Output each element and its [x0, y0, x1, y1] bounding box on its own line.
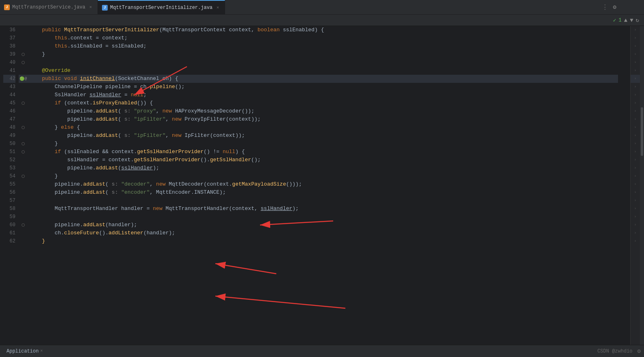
code-line-52: sslHandler = context.getSslHandlerProvid…: [28, 156, 618, 164]
settings-icon-top[interactable]: ⚙: [613, 4, 616, 11]
fold-41[interactable]: ›: [631, 67, 640, 75]
check-count: 1: [619, 17, 622, 23]
code-line-53: pipeline.addLast(sslHandler);: [28, 164, 618, 172]
fold-43[interactable]: ›: [631, 83, 640, 91]
gutter-48[interactable]: [19, 123, 28, 132]
gutter-41[interactable]: [19, 67, 28, 75]
fold-48[interactable]: ›: [631, 123, 640, 132]
nav-down-button[interactable]: ▼: [630, 17, 633, 24]
fold-45[interactable]: ›: [631, 99, 640, 107]
gutter-47[interactable]: [19, 115, 28, 123]
fold-38[interactable]: ›: [631, 42, 640, 50]
code-area: 36 37 38 39 40 41 42 43 44 45 46 47 48 4…: [0, 26, 644, 345]
gutter-45[interactable]: [19, 99, 28, 107]
gutter-60[interactable]: [19, 221, 28, 229]
gutter-39[interactable]: [19, 50, 28, 58]
tab-java-icon-2: J: [102, 5, 108, 11]
status-bar: Application × CSDN @zwhdio ⚙: [0, 345, 644, 357]
fold-52[interactable]: ›: [631, 156, 640, 164]
application-tab[interactable]: Application ×: [3, 345, 46, 357]
fold-46[interactable]: ›: [631, 107, 640, 115]
code-line-55: pipeline.addLast( s: "decoder", new Mqtt…: [28, 180, 618, 188]
fold-37[interactable]: ›: [631, 34, 640, 42]
gutter-53[interactable]: [19, 164, 28, 172]
code-line-54: }: [28, 172, 618, 180]
fold-59[interactable]: ›: [631, 213, 640, 221]
gutter-36[interactable]: [19, 26, 28, 34]
fold-54[interactable]: ›: [631, 172, 640, 180]
tab-bar: J MqttTransportService.java × J MqttTran…: [0, 0, 644, 15]
fold-61[interactable]: ›: [631, 229, 640, 237]
nav-up-button[interactable]: ▲: [624, 17, 627, 24]
tab-mqtt-initializer[interactable]: J MqttTransportServerInitializer.java ×: [98, 0, 225, 15]
code-line-56: pipeline.addLast( s: "encoder", MqttEnco…: [28, 188, 618, 197]
gutter-56[interactable]: [19, 188, 28, 197]
application-label: Application: [7, 348, 39, 354]
tab-bar-right: ⋮ ⚙: [599, 2, 620, 12]
fold-39[interactable]: ›: [631, 50, 640, 58]
gutter-62[interactable]: [19, 237, 28, 245]
fold-49[interactable]: ›: [631, 132, 640, 140]
fold-36[interactable]: ›: [631, 26, 640, 34]
code-content: public MqttTransportServerInitializer(Mq…: [28, 26, 630, 345]
gutter-61[interactable]: [19, 229, 28, 237]
tab-close-1[interactable]: ×: [88, 5, 93, 10]
code-line-47: pipeline.addLast( s: "ipFilter", new Pro…: [28, 115, 618, 123]
settings-icon-bottom[interactable]: ⚙: [637, 348, 641, 355]
fold-56[interactable]: ›: [631, 188, 640, 197]
gutter-50[interactable]: [19, 140, 28, 148]
code-line-59: [28, 213, 618, 221]
fold-60[interactable]: ›: [631, 221, 640, 229]
fold-40[interactable]: ›: [631, 58, 640, 67]
code-line-37: this.context = context;: [28, 34, 618, 42]
gutter-57[interactable]: [19, 197, 28, 205]
gutter-44[interactable]: [19, 91, 28, 99]
gutter-52[interactable]: [19, 156, 28, 164]
gutter-54[interactable]: [19, 172, 28, 180]
csdn-info: CSDN @zwhdio: [597, 348, 632, 354]
code-line-42: public void initChannel(SocketChannel ch…: [28, 75, 618, 83]
scrollbar[interactable]: [640, 26, 644, 345]
fold-53[interactable]: ›: [631, 164, 640, 172]
application-close[interactable]: ×: [40, 349, 43, 353]
tab-java-icon-1: J: [4, 4, 10, 10]
fold-57[interactable]: ›: [631, 197, 640, 205]
tab-mqtt-service[interactable]: J MqttTransportService.java ×: [0, 0, 98, 15]
gutter-58[interactable]: [19, 205, 28, 213]
tab-label-2: MqttTransportServerInitializer.java: [110, 5, 212, 11]
gutter-46[interactable]: [19, 107, 28, 115]
code-line-50: }: [28, 140, 618, 148]
fold-55[interactable]: ›: [631, 180, 640, 188]
more-tabs-button[interactable]: ⋮: [599, 2, 611, 12]
fold-42[interactable]: ›: [631, 75, 640, 83]
gutter-42[interactable]: 🟢 @: [19, 75, 28, 83]
code-line-49: pipeline.addLast( s: "ipFilter", new IpF…: [28, 132, 618, 140]
code-line-44: SslHandler sslHandler = null;: [28, 91, 618, 99]
code-line-38: this.sslEnabled = sslEnabled;: [28, 42, 618, 50]
check-icon: ✓: [613, 17, 616, 24]
fold-62[interactable]: ›: [631, 237, 640, 245]
gutter-55[interactable]: [19, 180, 28, 188]
gutter-51[interactable]: [19, 148, 28, 156]
gutter-37[interactable]: [19, 34, 28, 42]
fold-51[interactable]: ›: [631, 148, 640, 156]
refresh-button[interactable]: ↻: [636, 17, 639, 24]
gutter-59[interactable]: [19, 213, 28, 221]
fold-50[interactable]: ›: [631, 140, 640, 148]
code-line-45: if (context.isProxyEnabled()) {: [28, 99, 618, 107]
gutter-38[interactable]: [19, 42, 28, 50]
fold-47[interactable]: ›: [631, 115, 640, 123]
gutter-49[interactable]: [19, 132, 28, 140]
fold-44[interactable]: ›: [631, 91, 640, 99]
gutter-43[interactable]: [19, 83, 28, 91]
left-gutter: 🟢 @: [19, 26, 28, 345]
tab-close-2[interactable]: ×: [215, 5, 221, 10]
gutter-40[interactable]: [19, 58, 28, 67]
line-numbers: 36 37 38 39 40 41 42 43 44 45 46 47 48 4…: [0, 26, 19, 345]
code-line-51: if (sslEnabled && context.getSslHandlerP…: [28, 148, 618, 156]
code-line-39: }: [28, 50, 618, 58]
right-gutter: › › › › › › › › › › › › › › › › ›: [630, 26, 640, 345]
fold-58[interactable]: ›: [631, 205, 640, 213]
scrollbar-thumb[interactable]: [641, 107, 643, 156]
code-line-61: ch.closeFuture().addListener(handler);: [28, 229, 618, 237]
